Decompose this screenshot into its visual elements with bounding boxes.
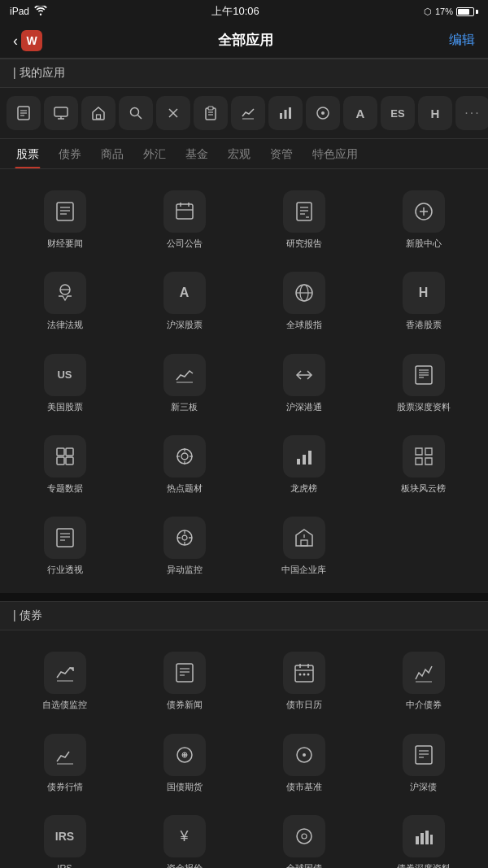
shanghai-shenzhen-label: 沪深股票: [167, 319, 203, 330]
global-treasury-icon: [283, 815, 325, 857]
svg-point-89: [297, 829, 312, 844]
svg-rect-13: [208, 107, 213, 110]
new-three-board-icon: [163, 354, 206, 396]
app-sector-ranking[interactable]: 板块风云榜: [365, 424, 481, 502]
app-company-announcement[interactable]: 公司公告: [126, 179, 242, 257]
quick-icon-clipboard[interactable]: [194, 96, 228, 130]
intermediary-bond-label: 中介债券: [406, 699, 442, 710]
app-hot-topic[interactable]: 热点题材: [126, 424, 242, 502]
bond-news-label: 债券新闻: [167, 699, 203, 710]
research-report-label: 研究报告: [286, 238, 322, 249]
svg-point-78: [307, 674, 309, 676]
svg-rect-46: [57, 448, 64, 456]
tab-forex[interactable]: 外汇: [133, 139, 176, 168]
stocks-app-grid: 财经要闻 公司公告 研究报告 新股中心 法律法规 A 沪深股票 全球股指: [0, 169, 488, 593]
app-bond-deep[interactable]: 债券深度资料: [365, 804, 481, 868]
bond-watchlist-icon: [44, 652, 86, 694]
svg-rect-85: [416, 746, 432, 764]
bond-quote-icon: [44, 734, 86, 776]
tab-funds[interactable]: 基金: [176, 139, 218, 168]
tab-special[interactable]: 特色应用: [303, 139, 368, 168]
app-intermediary-bond[interactable]: 中介债券: [365, 640, 481, 718]
global-treasury-label: 全球国债: [286, 862, 322, 868]
app-irs[interactable]: IRS IRS: [7, 804, 123, 868]
app-research-report[interactable]: 研究报告: [246, 179, 362, 257]
intermediary-bond-icon: [403, 652, 445, 694]
app-sh-sz-bond[interactable]: 沪深债: [365, 722, 481, 800]
quick-icon-a[interactable]: A: [343, 96, 377, 130]
svg-rect-4: [54, 107, 68, 116]
quick-icon-close[interactable]: [156, 96, 190, 130]
tab-asset-mgmt[interactable]: 资管: [260, 139, 303, 168]
irs-label: IRS: [57, 862, 72, 868]
app-stock-connect[interactable]: 沪深港通: [246, 342, 362, 421]
app-global-treasury[interactable]: 全球国债: [246, 804, 362, 868]
tab-macro[interactable]: 宏观: [218, 139, 260, 168]
edit-button[interactable]: 编辑: [449, 32, 475, 49]
app-us-stocks[interactable]: US 美国股票: [7, 342, 123, 421]
bond-deep-icon: [403, 815, 445, 857]
app-dragon-tiger[interactable]: 龙虎榜: [246, 424, 362, 502]
app-new-stock[interactable]: 新股中心: [365, 179, 481, 257]
law-regulation-label: 法律法规: [47, 319, 83, 330]
svg-rect-57: [303, 455, 306, 465]
status-bar: iPad 上午10:06 ⬡ 17%: [0, 0, 488, 23]
svg-line-9: [138, 116, 142, 120]
quick-icon-doc[interactable]: [7, 96, 41, 130]
status-time: 上午10:06: [211, 4, 259, 19]
new-three-board-label: 新三板: [171, 401, 198, 412]
svg-rect-65: [301, 540, 307, 546]
hot-topic-icon: [163, 435, 206, 478]
new-stock-icon: [403, 190, 445, 233]
quick-icon-screen[interactable]: [44, 96, 78, 130]
svg-rect-59: [57, 529, 73, 547]
quick-icon-es[interactable]: ES: [381, 96, 415, 130]
research-report-icon: [283, 190, 325, 233]
back-button[interactable]: ‹ W: [13, 30, 42, 51]
us-stocks-icon: US: [44, 354, 86, 396]
quick-icon-search[interactable]: [119, 96, 153, 130]
industry-insight-icon: [44, 517, 86, 559]
app-china-enterprise[interactable]: 中国企业库: [246, 505, 362, 583]
app-bond-benchmark[interactable]: 债市基准: [246, 722, 362, 800]
nav-bar: ‹ W 全部应用 编辑: [0, 23, 488, 59]
treasury-futures-label: 国债期货: [167, 781, 203, 792]
app-bond-news[interactable]: 债券新闻: [126, 640, 242, 718]
app-shanghai-shenzhen[interactable]: A 沪深股票: [126, 260, 242, 338]
app-financial-news[interactable]: 财经要闻: [7, 179, 123, 257]
abnormal-monitor-label: 异动监控: [167, 564, 203, 575]
app-abnormal-monitor[interactable]: 异动监控: [126, 505, 242, 583]
app-fund-quote[interactable]: ¥ 资金报价: [126, 804, 242, 868]
app-hk-stocks[interactable]: H 香港股票: [365, 260, 481, 338]
app-bond-watchlist[interactable]: 自选债监控: [7, 640, 123, 718]
quick-icon-home[interactable]: [81, 96, 115, 130]
quick-icon-more[interactable]: ···: [455, 96, 488, 130]
bond-quote-label: 债券行情: [47, 781, 83, 792]
app-stock-deep[interactable]: 股票深度资料: [365, 342, 481, 421]
irs-icon: IRS: [44, 815, 86, 857]
global-index-label: 全球股指: [286, 319, 322, 330]
status-left: iPad: [10, 6, 47, 18]
app-law-regulation[interactable]: 法律法规: [7, 260, 123, 338]
quick-icon-h[interactable]: H: [418, 96, 452, 130]
tab-commodities[interactable]: 商品: [91, 139, 133, 168]
app-bond-quote[interactable]: 债券行情: [7, 722, 123, 800]
quick-icon-chart2[interactable]: [268, 96, 303, 130]
bond-calendar-icon: [283, 652, 325, 694]
app-treasury-futures[interactable]: 国债期货: [126, 722, 242, 800]
tab-bonds[interactable]: 债券: [49, 139, 91, 168]
bond-deep-label: 债券深度资料: [397, 862, 451, 868]
app-topic-data[interactable]: 专题数据: [7, 424, 123, 502]
tab-stocks[interactable]: 股票: [7, 139, 49, 168]
app-new-three-board[interactable]: 新三板: [126, 342, 242, 421]
app-industry-insight[interactable]: 行业透视: [7, 505, 123, 583]
app-global-index[interactable]: 全球股指: [246, 260, 362, 338]
app-bond-calendar[interactable]: 债市日历: [246, 640, 362, 718]
quick-icon-chart1[interactable]: [231, 96, 265, 130]
svg-rect-7: [97, 115, 101, 119]
svg-rect-19: [289, 107, 291, 119]
hk-stocks-icon: H: [403, 272, 445, 314]
company-announcement-label: 公司公告: [167, 238, 203, 249]
bond-benchmark-label: 债市基准: [286, 781, 322, 792]
quick-icon-circle[interactable]: [306, 96, 340, 130]
